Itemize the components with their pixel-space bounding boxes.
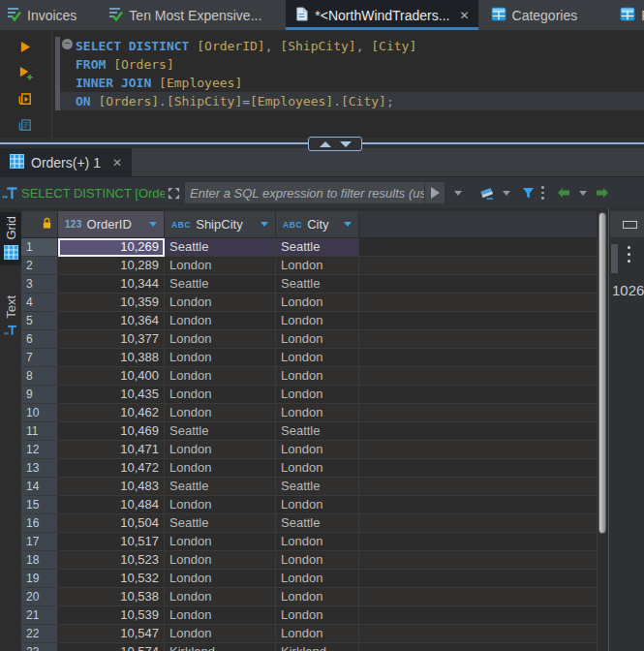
table-row[interactable]: 1510,484LondonLondon [21,496,598,514]
cell-orderid[interactable]: 10,472 [58,459,165,478]
close-icon[interactable]: ✕ [459,9,469,22]
table-row[interactable]: 210,289LondonLondon [21,257,598,275]
execute-script-icon[interactable] [17,91,35,108]
cell-city[interactable]: London [276,570,359,588]
row-number[interactable]: 10 [21,404,58,422]
cell-city[interactable]: London [276,257,359,275]
tab-products[interactable]: Products [611,0,644,30]
cell-city[interactable]: London [276,533,359,551]
cell-city[interactable]: London [276,294,359,312]
cell-city[interactable]: London [276,496,359,514]
cell-shipcity[interactable]: London [165,404,276,422]
cell-city[interactable]: Seattle [276,478,359,496]
tab-northwindtraders-active[interactable]: *<NorthWindTraders... ✕ [286,0,477,30]
execute-statement-icon[interactable] [17,39,35,55]
cell-orderid[interactable]: 10,523 [58,551,165,570]
column-dropdown-icon[interactable] [261,222,268,227]
cell-shipcity[interactable]: London [165,533,276,551]
cell-shipcity[interactable]: Kirkland [165,643,276,651]
column-header-shipcity[interactable]: ABC ShipCity [165,211,276,238]
cell-orderid[interactable]: 10,469 [58,422,165,441]
table-row[interactable]: 1310,472LondonLondon [21,459,598,478]
cell-orderid[interactable]: 10,388 [58,349,165,367]
cell-orderid[interactable]: 10,344 [58,275,165,294]
row-number[interactable]: 20 [21,588,58,606]
more-options-icon[interactable] [541,186,544,200]
cell-city[interactable]: Seattle [276,238,359,257]
cell-orderid[interactable]: 10,359 [58,294,165,312]
previous-arrow-icon[interactable] [556,187,571,199]
filter-input[interactable] [185,186,424,201]
row-number[interactable]: 3 [21,275,58,294]
sql-editor[interactable]: − SELECT DISTINCT [OrderID], [ShipCity],… [0,31,644,139]
cell-city[interactable]: London [276,349,359,367]
cell-orderid[interactable]: 10,364 [58,312,165,330]
cell-orderid[interactable]: 10,538 [58,588,165,606]
panel-menu-icon[interactable] [628,246,630,263]
table-row[interactable]: 110,269SeattleSeattle [21,238,598,257]
cell-city[interactable]: London [276,551,359,570]
cell-orderid[interactable]: 10,532 [58,570,165,588]
execute-new-tab-icon[interactable] [17,65,35,81]
cell-city[interactable]: London [276,367,359,386]
cell-shipcity[interactable]: London [165,349,276,367]
erase-dropdown-icon[interactable] [503,191,510,196]
table-row[interactable]: 1110,469SeattleSeattle [21,422,598,441]
cell-shipcity[interactable]: London [165,606,276,625]
cell-orderid[interactable]: 10,574 [58,643,165,651]
apply-filter-icon[interactable] [425,187,445,199]
cell-orderid[interactable]: 10,462 [58,404,165,422]
cell-city[interactable]: Seattle [276,514,359,533]
table-row[interactable]: 2010,538LondonLondon [21,588,598,606]
cell-orderid[interactable]: 10,539 [58,606,165,625]
cell-shipcity[interactable]: London [165,367,276,386]
cell-shipcity[interactable]: Seattle [165,275,276,294]
row-number[interactable]: 1 [21,238,58,257]
table-row[interactable]: 1410,483SeattleSeattle [21,478,598,496]
row-number[interactable]: 6 [21,330,58,349]
table-row[interactable]: 2310,574KirklandKirkland [21,643,598,651]
cell-shipcity[interactable]: London [165,459,276,478]
cell-shipcity[interactable]: Seattle [165,238,276,257]
vertical-scrollbar[interactable] [598,212,606,534]
cell-orderid[interactable]: 10,377 [58,330,165,349]
cell-city[interactable]: London [276,330,359,349]
cell-city[interactable]: London [276,606,359,625]
row-number[interactable]: 8 [21,367,58,386]
collapse-down-icon[interactable] [340,141,352,147]
cell-city[interactable]: London [276,312,359,330]
row-number[interactable]: 7 [21,349,58,367]
cell-orderid[interactable]: 10,400 [58,367,165,386]
tab-categories[interactable]: Categories [482,0,587,30]
row-number[interactable]: 17 [21,533,58,551]
navigation-dropdown-icon[interactable] [579,191,587,196]
cell-shipcity[interactable]: Seattle [165,422,276,441]
row-number[interactable]: 18 [21,551,58,570]
row-number[interactable]: 12 [21,441,58,459]
cell-orderid[interactable]: 10,289 [58,257,165,275]
cell-city[interactable]: London [276,386,359,404]
sash-collapse-controls[interactable] [308,137,362,151]
table-row[interactable]: 1610,504SeattleSeattle [21,514,598,533]
table-row[interactable]: 810,400LondonLondon [21,367,598,386]
grid-corner-header[interactable] [21,211,58,238]
row-number[interactable]: 2 [21,257,58,275]
table-row[interactable]: 610,377LondonLondon [21,330,598,349]
column-header-city[interactable]: ABC City [276,211,359,238]
cell-shipcity[interactable]: London [165,386,276,404]
cell-shipcity[interactable]: London [165,294,276,312]
row-number[interactable]: 9 [21,386,58,404]
sql-line[interactable]: FROM [Orders] [55,55,644,74]
tab-text-view[interactable]: Text [0,292,21,343]
table-row[interactable]: 1810,523LondonLondon [21,551,598,570]
row-number[interactable]: 15 [21,496,58,514]
cell-city[interactable]: London [276,625,359,643]
cell-shipcity[interactable]: London [165,551,276,570]
cell-city[interactable]: Seattle [276,275,359,294]
next-arrow-icon[interactable] [595,187,610,199]
sql-line[interactable]: ON [Orders].[ShipCity]=[Employees].[City… [55,92,644,110]
collapse-up-icon[interactable] [320,141,331,147]
table-row[interactable]: 1010,462LondonLondon [21,404,598,422]
row-number[interactable]: 19 [21,570,58,588]
row-number[interactable]: 14 [21,478,58,496]
